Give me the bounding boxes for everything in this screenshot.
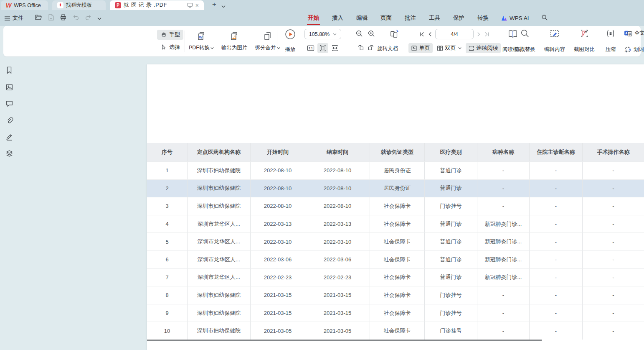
table-cell: 社会保障卡 xyxy=(370,233,425,250)
table-cell: - xyxy=(583,197,644,215)
single-page-icon xyxy=(411,45,417,51)
attachment-panel-icon[interactable] xyxy=(5,116,14,124)
table-cell: - xyxy=(530,233,583,250)
table-cell: 2021-03-05 xyxy=(305,322,370,340)
open-file-icon[interactable] xyxy=(35,14,42,22)
pdf-convert-button[interactable]: W PDF转换 xyxy=(187,29,216,53)
table-cell: 2022-08-10 xyxy=(305,180,370,197)
table-cell: - xyxy=(477,162,530,179)
menu-comment[interactable]: 批注 xyxy=(404,13,417,23)
replace-pages-icon[interactable] xyxy=(390,29,400,40)
thumbnail-panel-icon[interactable] xyxy=(5,83,14,91)
menu-tools[interactable]: 工具 xyxy=(428,13,441,23)
save-icon[interactable] xyxy=(48,14,54,23)
fit-width-button[interactable] xyxy=(330,43,340,53)
table-row: 4深圳市龙华区人...2022-03-132022-03-13社会保障卡普通门诊… xyxy=(147,215,644,233)
menu-edit[interactable]: 编辑 xyxy=(355,13,368,23)
header-cell: 定点医药机构名称 xyxy=(188,143,251,161)
table-header-row: 序号定点医药机构名称开始时间结束时间就诊凭证类型医疗类别病种名称住院主诊断名称手… xyxy=(147,143,644,161)
select-tool-button[interactable]: 选择 xyxy=(157,42,183,52)
bookmark-panel-icon[interactable] xyxy=(5,66,14,74)
find-replace-button[interactable] xyxy=(520,29,530,38)
wps-ai-logo-icon xyxy=(501,15,507,21)
comment-panel-icon[interactable] xyxy=(5,100,14,107)
tab-wps-office[interactable]: W WPS Office xyxy=(1,0,48,10)
full-translate-button[interactable]: A字 全文翻译 xyxy=(624,30,644,37)
last-page-icon[interactable] xyxy=(484,32,489,37)
menu-row: 文件 开始 插入 编辑 xyxy=(0,10,644,26)
screenshot-compare-button[interactable] xyxy=(579,29,589,38)
prev-page-icon[interactable] xyxy=(428,32,432,37)
redo-icon[interactable] xyxy=(85,14,92,22)
table-cell: 深圳市龙华区人... xyxy=(188,233,251,250)
single-page-button[interactable]: 单页 xyxy=(408,43,433,53)
signature-panel-icon[interactable] xyxy=(5,133,14,141)
print-icon[interactable] xyxy=(60,14,67,23)
edit-content-button[interactable] xyxy=(550,29,560,38)
tab-document-pdf[interactable]: P 就 医 记 录 .PDF × xyxy=(110,0,204,10)
hamburger-icon xyxy=(4,15,10,21)
quick-access-chevron-icon[interactable] xyxy=(97,14,101,22)
table-cell: - xyxy=(583,269,644,286)
table-cell: 普通门诊 xyxy=(425,215,477,233)
tab-label: 就 医 记 录 .PDF xyxy=(124,2,185,9)
tab-list-chevron-icon[interactable] xyxy=(221,2,226,10)
menu-insert[interactable]: 插入 xyxy=(331,13,344,23)
zoom-level-dropdown[interactable]: 105.88% xyxy=(304,29,341,39)
enter-distraction-free-icon[interactable] xyxy=(187,3,193,8)
pdf-convert-icon: W xyxy=(196,31,207,42)
table-cell: 2022-08-10 xyxy=(251,180,305,197)
table-cell: 5 xyxy=(147,233,188,250)
table-cell: 普通门诊 xyxy=(425,251,477,268)
svg-text:字: 字 xyxy=(628,32,631,36)
table-cell: 普通门诊 xyxy=(425,233,477,250)
convert-group: W PDF转换 输出为图片 拆分合并 xyxy=(187,29,282,53)
menu-convert[interactable]: 转换 xyxy=(477,13,489,23)
rotate-doc-label[interactable]: 旋转文档 xyxy=(377,45,398,52)
word-translate-button[interactable]: A文 划词翻译 xyxy=(624,46,644,53)
compress-icon xyxy=(606,29,616,38)
rotate-right-icon[interactable] xyxy=(367,44,375,53)
table-cell: 1 xyxy=(147,162,188,179)
tab-docer-templates[interactable]: 找稻壳模板 xyxy=(52,0,106,10)
zoom-out-icon[interactable] xyxy=(355,30,363,39)
menu-home[interactable]: 开始 xyxy=(307,13,320,23)
menu-search-icon[interactable] xyxy=(541,14,548,22)
table-cell: 社会保障卡 xyxy=(370,322,425,340)
table-cell: - xyxy=(477,180,530,197)
table-cell: 深圳市龙华区人... xyxy=(188,251,251,268)
table-cell: 居民身份证 xyxy=(370,162,425,179)
layers-panel-icon[interactable] xyxy=(5,150,14,158)
fit-page-button[interactable] xyxy=(317,43,328,53)
page-indicator-input[interactable]: 4/4 xyxy=(435,29,474,39)
divider xyxy=(113,15,113,21)
continuous-read-button[interactable]: 连续阅读 xyxy=(466,43,501,53)
medical-records-table: 序号定点医药机构名称开始时间结束时间就诊凭证类型医疗类别病种名称住院主诊断名称手… xyxy=(147,143,644,340)
actual-size-button[interactable]: 1:1 xyxy=(305,43,316,53)
table-cell: 深圳市妇幼保健院 xyxy=(188,286,251,304)
rotate-left-icon[interactable] xyxy=(357,44,365,53)
close-tab-icon[interactable]: × xyxy=(195,2,199,9)
file-menu-button[interactable]: 文件 xyxy=(4,14,23,22)
export-image-button[interactable]: 输出为图片 xyxy=(220,29,249,53)
zoom-in-icon[interactable] xyxy=(368,30,375,39)
play-button[interactable] xyxy=(285,29,296,40)
table-cell: 2021-03-15 xyxy=(251,286,305,304)
menu-page[interactable]: 页面 xyxy=(380,13,393,23)
new-tab-button[interactable]: + xyxy=(212,0,216,9)
table-row: 6深圳市龙华区人...2022-03-062022-03-06社会保障卡普通门诊… xyxy=(147,250,644,268)
undo-icon[interactable] xyxy=(72,14,79,22)
split-merge-button[interactable]: 拆分合并 xyxy=(254,29,282,53)
table-cell: 深圳市龙华区人... xyxy=(188,269,251,286)
table-cell: 新冠肺炎门诊... xyxy=(477,215,530,233)
menu-protect[interactable]: 保护 xyxy=(452,13,465,23)
double-page-button[interactable]: 双页 xyxy=(434,43,464,53)
hand-tool-button[interactable]: 手型 xyxy=(157,30,183,40)
next-page-icon[interactable] xyxy=(477,32,481,37)
screenshot-compare-column: 截图对比 xyxy=(571,29,597,53)
divider xyxy=(277,31,277,52)
table-cell: 深圳市龙华区人... xyxy=(188,215,251,233)
wps-ai-button[interactable]: WPS AI xyxy=(501,15,529,21)
first-page-icon[interactable] xyxy=(419,32,425,37)
compress-button[interactable] xyxy=(606,29,616,38)
